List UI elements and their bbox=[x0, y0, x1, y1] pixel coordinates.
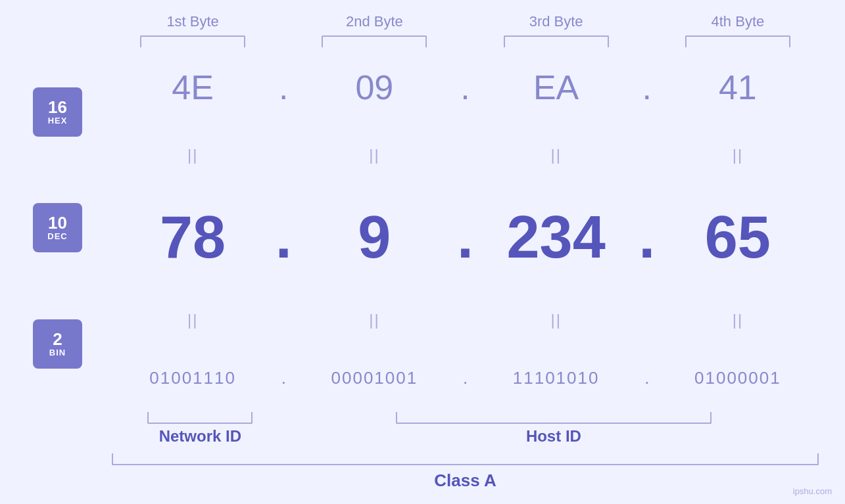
dec-dot3: . bbox=[637, 204, 657, 271]
byte2-label: 2nd Byte bbox=[346, 13, 403, 30]
dec-b4-cell: 65 bbox=[657, 204, 819, 271]
bottom-section: Network ID Host ID bbox=[26, 412, 819, 446]
eq2-b4: || bbox=[657, 312, 819, 328]
eq2-b3: || bbox=[475, 312, 637, 328]
bin-b1-cell: 01001110 bbox=[112, 368, 274, 388]
network-id-label: Network ID bbox=[112, 427, 289, 446]
bin-number: 2 bbox=[53, 331, 62, 348]
eq1-b4: || bbox=[657, 147, 819, 163]
byte2-col: 2nd Byte bbox=[293, 13, 455, 47]
dec-b1: 78 bbox=[160, 204, 226, 271]
class-section: Class A bbox=[26, 453, 819, 491]
bin-b2: 00001001 bbox=[331, 368, 418, 388]
hex-name: HEX bbox=[48, 116, 68, 126]
main-grid: 16 HEX 10 DEC 2 BIN 4E . bbox=[26, 47, 819, 409]
dec-badge: 10 DEC bbox=[33, 203, 82, 252]
hex-b3: EA bbox=[533, 68, 579, 107]
bin-badge: 2 BIN bbox=[33, 319, 82, 369]
hex-dot1: . bbox=[274, 68, 293, 107]
network-bracket bbox=[112, 412, 289, 424]
byte3-label: 3rd Byte bbox=[529, 13, 583, 30]
hex-b4: 41 bbox=[719, 68, 757, 107]
hex-row: 4E . 09 . EA . 41 bbox=[112, 68, 819, 107]
hex-badge: 16 HEX bbox=[33, 87, 82, 137]
byte3-col: 3rd Byte bbox=[475, 13, 637, 47]
dec-dot2: . bbox=[456, 204, 475, 271]
dec-b2: 9 bbox=[358, 204, 391, 271]
bin-b2-cell: 00001001 bbox=[293, 368, 455, 388]
dec-dot1: . bbox=[274, 204, 293, 271]
dec-name: DEC bbox=[47, 231, 67, 241]
byte1-bracket-top bbox=[140, 35, 245, 47]
dec-b1-cell: 78 bbox=[112, 204, 274, 271]
eq1-b2: || bbox=[293, 147, 455, 163]
bin-b1: 01001110 bbox=[149, 368, 236, 388]
id-labels-row: Network ID Host ID bbox=[112, 427, 819, 446]
bracket-bottom-row bbox=[112, 412, 819, 424]
byte3-bracket-top bbox=[504, 35, 609, 47]
byte4-label: 4th Byte bbox=[712, 13, 765, 30]
dec-row: 78 . 9 . 234 . 65 bbox=[112, 204, 819, 271]
bin-dot3: . bbox=[637, 368, 657, 388]
bin-b4: 01000001 bbox=[694, 368, 781, 388]
dec-number: 10 bbox=[48, 214, 67, 231]
hex-b2: 09 bbox=[355, 68, 393, 107]
values-area: 4E . 09 . EA . 41 bbox=[112, 47, 819, 409]
host-id-label: Host ID bbox=[289, 427, 819, 446]
bin-b4-cell: 01000001 bbox=[657, 368, 819, 388]
hex-b1: 4E bbox=[172, 68, 214, 107]
bin-name: BIN bbox=[49, 348, 66, 357]
bin-b3: 11101010 bbox=[513, 368, 600, 388]
hex-dot3: . bbox=[637, 68, 657, 107]
eq1-b1: || bbox=[112, 147, 274, 163]
dec-b3: 234 bbox=[507, 204, 606, 271]
equals-row-2: || || || || bbox=[112, 312, 819, 328]
eq2-b1: || bbox=[112, 312, 274, 328]
byte1-label: 1st Byte bbox=[166, 13, 218, 30]
hex-dot2: . bbox=[456, 68, 475, 107]
byte2-bracket-top bbox=[322, 35, 427, 47]
hex-b4-cell: 41 bbox=[657, 68, 819, 107]
bin-b3-cell: 11101010 bbox=[475, 368, 637, 388]
dec-b4: 65 bbox=[705, 204, 771, 271]
watermark: ipshu.com bbox=[793, 486, 832, 496]
bin-dot2: . bbox=[456, 368, 475, 388]
byte4-col: 4th Byte bbox=[657, 13, 819, 47]
byte4-bracket-top bbox=[685, 35, 790, 47]
hex-b3-cell: EA bbox=[475, 68, 637, 107]
dec-b3-cell: 234 bbox=[475, 204, 637, 271]
equals-row-1: || || || || bbox=[112, 147, 819, 163]
header-row: 1st Byte 2nd Byte 3rd Byte 4th Byte bbox=[26, 13, 819, 47]
hex-number: 16 bbox=[48, 99, 67, 116]
hex-b1-cell: 4E bbox=[112, 68, 274, 107]
eq2-b2: || bbox=[293, 312, 455, 328]
bin-dot1: . bbox=[274, 368, 293, 388]
hex-b2-cell: 09 bbox=[293, 68, 455, 107]
main-container: 1st Byte 2nd Byte 3rd Byte 4th Byte 16 H… bbox=[0, 0, 845, 504]
class-bracket bbox=[112, 453, 819, 465]
eq1-b3: || bbox=[475, 147, 637, 163]
class-label: Class A bbox=[112, 470, 819, 491]
left-labels: 16 HEX 10 DEC 2 BIN bbox=[26, 47, 112, 409]
host-bracket bbox=[289, 412, 819, 424]
dec-b2-cell: 9 bbox=[293, 204, 455, 271]
bin-row: 01001110 . 00001001 . 11101010 . bbox=[112, 368, 819, 388]
byte1-col: 1st Byte bbox=[112, 13, 274, 47]
